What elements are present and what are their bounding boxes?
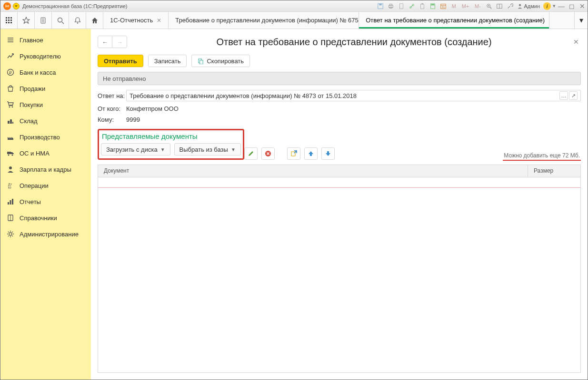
book-icon	[6, 214, 15, 222]
reply-to-value: Требование о представлении документов (и…	[130, 92, 357, 99]
sidebar-label: ОС и НМА	[20, 150, 50, 157]
tab-reporting[interactable]: 1С-Отчетность ✕	[103, 12, 169, 29]
sidebar-label: Банк и касса	[20, 69, 56, 76]
doc-icon[interactable]	[396, 1, 407, 11]
tab-label: Требование о представлении документов (и…	[175, 17, 359, 24]
sidebar-item-reports[interactable]: Отчеты	[0, 194, 91, 210]
maximize-button[interactable]: ◻	[567, 1, 577, 11]
tab-close-icon[interactable]: ✕	[157, 17, 161, 24]
main-content: ← → Ответ на требование о представлении …	[91, 29, 588, 380]
load-from-disk-button[interactable]: Загрузить с диска ▼	[101, 143, 170, 156]
svg-point-53	[9, 233, 12, 235]
nav-forward-button[interactable]: →	[112, 36, 127, 48]
tab-close-icon[interactable]: ✕	[548, 17, 549, 24]
sidebar-item-hr[interactable]: Зарплата и кадры	[0, 161, 91, 177]
from-label: От кого:	[98, 105, 126, 112]
page-title: Ответ на требование о представлении доку…	[137, 37, 571, 48]
search-icon[interactable]	[52, 12, 69, 29]
quota-text: Можно добавить еще 72 Мб.	[503, 152, 581, 161]
documents-table: Документ Размер	[98, 165, 581, 373]
m-minus-indicator[interactable]: M-	[471, 1, 484, 11]
sidebar-item-admin[interactable]: Администрирование	[0, 226, 91, 242]
sidebar-item-sales[interactable]: Продажи	[0, 80, 91, 97]
m-indicator[interactable]: M	[448, 1, 459, 11]
svg-text:31: 31	[442, 5, 445, 9]
truck-icon	[6, 149, 15, 157]
close-button[interactable]: ✕	[577, 1, 588, 11]
sidebar-item-production[interactable]: Производство	[0, 129, 91, 145]
sidebar-item-operations[interactable]: ДтКтОперации	[0, 177, 91, 194]
user-menu[interactable]: Админ	[515, 3, 542, 9]
gear-icon	[6, 230, 15, 238]
calendar-icon[interactable]: 31	[438, 1, 448, 11]
move-up-button[interactable]	[304, 147, 318, 160]
ruble-icon: ₽	[6, 68, 15, 77]
svg-point-34	[77, 22, 78, 23]
history-icon[interactable]	[35, 12, 52, 29]
page-close-button[interactable]: ✕	[571, 38, 581, 46]
person-icon	[6, 165, 15, 174]
to-label: Кому:	[98, 116, 126, 123]
svg-rect-1	[379, 3, 382, 5]
svg-rect-50	[12, 199, 13, 205]
print-icon[interactable]	[386, 1, 396, 11]
svg-line-60	[8, 236, 9, 237]
favorites-icon[interactable]	[18, 12, 35, 29]
svg-rect-30	[10, 22, 12, 23]
info-button[interactable]: i	[542, 1, 552, 11]
write-button[interactable]: Записать	[148, 55, 187, 67]
svg-rect-25	[6, 19, 7, 21]
col-size[interactable]: Размер	[528, 165, 580, 177]
highlighted-commands: Представляемые документы Загрузить с дис…	[98, 129, 244, 160]
panel-icon[interactable]	[494, 1, 505, 11]
load-from-disk-label: Загрузить с диска	[106, 146, 158, 153]
table-row[interactable]	[98, 177, 580, 188]
tab-response[interactable]: Ответ на требование о представлении доку…	[359, 12, 549, 29]
open-item-button[interactable]	[287, 147, 300, 160]
m-plus-indicator[interactable]: M+	[459, 1, 471, 11]
copy-button[interactable]: Скопировать	[191, 55, 250, 67]
home-button[interactable]	[86, 12, 103, 29]
operations-icon: ДтКт	[6, 181, 15, 190]
link-icon[interactable]	[407, 1, 417, 11]
table-body[interactable]	[98, 177, 580, 372]
sidebar-item-bank[interactable]: ₽Банк и касса	[0, 64, 91, 80]
sidebar-item-warehouse[interactable]: Склад	[0, 113, 91, 129]
tabs-overflow-icon[interactable]: ▾	[574, 12, 588, 29]
edit-button[interactable]	[244, 147, 258, 160]
col-document[interactable]: Документ	[98, 165, 528, 177]
document-tabs: 1С-Отчетность ✕ Требование о представлен…	[103, 12, 574, 29]
reply-to-picker-icon[interactable]: …	[559, 91, 568, 100]
apps-grid-icon[interactable]	[0, 12, 18, 29]
sidebar-item-assets[interactable]: ОС и НМА	[0, 145, 91, 161]
svg-point-37	[9, 107, 10, 108]
pick-from-base-button[interactable]: Выбрать из базы ▼	[174, 143, 241, 156]
sidebar-item-purchases[interactable]: Покупки	[0, 97, 91, 113]
copy-label: Скопировать	[207, 58, 244, 65]
sidebar-label: Производство	[20, 134, 60, 141]
save-icon[interactable]	[375, 1, 386, 11]
nav-buttons: ← →	[98, 36, 127, 48]
send-button[interactable]: Отправить	[98, 55, 143, 67]
tools-icon[interactable]	[505, 1, 515, 11]
delete-button[interactable]	[261, 147, 275, 160]
bell-icon[interactable]	[69, 12, 86, 29]
zoom-icon[interactable]	[484, 1, 494, 11]
svg-rect-42	[7, 152, 11, 154]
svg-rect-40	[10, 119, 12, 124]
sidebar-item-main[interactable]: Главное	[0, 32, 91, 48]
svg-text:₽: ₽	[9, 70, 12, 75]
reply-to-input[interactable]: Требование о представлении документов (и…	[126, 90, 581, 101]
tab-requirement[interactable]: Требование о представлении документов (и…	[169, 12, 359, 29]
reply-to-open-icon[interactable]: ↗	[569, 91, 578, 100]
sidebar-item-manager[interactable]: Руководителю	[0, 48, 91, 64]
nav-back-button[interactable]: ←	[98, 36, 112, 48]
clipboard-icon[interactable]	[417, 1, 428, 11]
calc-icon[interactable]	[428, 1, 438, 11]
factory-icon	[6, 133, 15, 141]
minimize-button[interactable]: —	[556, 1, 567, 11]
move-down-button[interactable]	[321, 147, 335, 160]
sidebar-item-catalogs[interactable]: Справочники	[0, 210, 91, 226]
tab-label: Ответ на требование о представлении доку…	[366, 17, 545, 24]
titlebar-dropdown-icon[interactable]	[13, 3, 20, 10]
